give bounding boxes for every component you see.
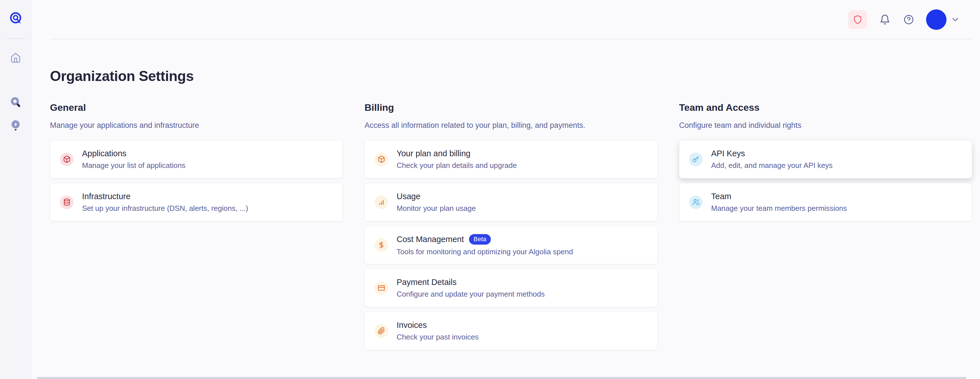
section-description: Manage your applications and infrastruct… [50,121,343,130]
sidebar [0,0,31,379]
card-plan-and-billing[interactable]: Your plan and billing Check your plan de… [364,140,657,178]
section-title: Team and Access [679,102,972,113]
notifications-bell-button[interactable] [878,13,891,26]
card-payment-details[interactable]: Payment Details Configure and update you… [364,269,657,307]
card-applications[interactable]: Applications Manage your list of applica… [50,140,343,178]
database-icon [60,195,73,209]
home-icon[interactable] [10,52,21,63]
dollar-icon [374,238,388,252]
section-general: General Manage your applications and inf… [50,102,343,350]
section-billing: Billing Access all information related t… [364,102,657,350]
card-title: Invoices [396,320,479,330]
card-description: Add, edit, and manage your API keys [711,161,833,170]
search-magnifier-icon[interactable] [10,96,21,108]
card-description: Set up your infrastructure (DSN, alerts,… [82,204,248,213]
settings-grid: General Manage your applications and inf… [50,102,972,350]
card-usage[interactable]: Usage Monitor your plan usage [364,183,657,221]
user-menu[interactable] [926,10,960,30]
card-title: Cost Management Beta [396,234,573,245]
card-invoices[interactable]: Invoices Check your past invoices [364,312,657,350]
header-divider [50,39,972,40]
page-title: Organization Settings [50,68,972,85]
card-cost-management[interactable]: Cost Management Beta Tools for monitorin… [364,226,657,264]
section-title: General [50,102,343,113]
package-cube-icon [374,153,388,166]
security-shield-button[interactable] [848,10,867,29]
card-infrastructure[interactable]: Infrastructure Set up your infrastructur… [50,183,343,221]
card-description: Manage your list of applications [82,161,185,170]
bell-icon [879,14,891,25]
section-description: Access all information related to your p… [364,121,657,130]
card-api-keys[interactable]: API Keys Add, edit, and manage your API … [679,140,972,178]
card-title: Usage [396,192,476,201]
card-description: Check your past invoices [396,333,479,342]
lightbulb-flash-icon[interactable] [10,120,21,131]
card-team[interactable]: Team Manage your team members permission… [679,183,972,221]
card-title: Team [711,192,847,201]
main-content: Organization Settings General Manage you… [50,40,972,350]
card-title: API Keys [711,149,833,158]
section-description: Configure team and individual rights [679,121,972,130]
horizontal-scrollbar[interactable] [37,377,966,379]
help-circle-icon [904,14,914,25]
chevron-down-icon [950,15,960,24]
card-description: Manage your team members permissions [711,204,847,213]
paperclip-icon [374,324,388,338]
avatar[interactable] [926,10,947,30]
package-cube-icon [60,153,73,166]
key-icon [689,153,703,166]
sidebar-divider [6,38,25,39]
shield-icon [853,15,862,24]
users-icon [689,195,703,209]
beta-badge: Beta [469,234,491,245]
algolia-logo-icon[interactable] [8,11,23,26]
card-title: Your plan and billing [396,149,517,158]
card-description: Monitor your plan usage [396,204,476,213]
section-team-and-access: Team and Access Configure team and indiv… [679,102,972,350]
card-description: Check your plan details and upgrade [396,161,517,170]
card-title: Applications [82,149,185,158]
section-title: Billing [364,102,657,113]
credit-card-icon [374,281,388,295]
bar-chart-icon [374,195,388,209]
card-title: Payment Details [396,278,545,287]
card-description: Tools for monitoring and optimizing your… [396,248,573,256]
help-button[interactable] [902,13,915,26]
top-header [31,0,980,39]
card-title: Infrastructure [82,192,248,201]
card-title-text: Cost Management [396,235,464,244]
card-description: Configure and update your payment method… [396,290,545,299]
